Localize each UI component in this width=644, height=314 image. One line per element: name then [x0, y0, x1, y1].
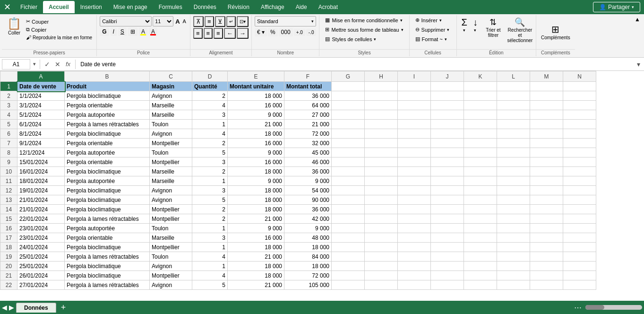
cell-d19[interactable]: 4 [192, 252, 228, 262]
cell-c20[interactable]: Avignon [150, 262, 192, 271]
cell-i7[interactable] [398, 139, 431, 148]
format-painter-button[interactable]: 🖌 Reproduire la mise en forme [25, 34, 94, 41]
col-header-i[interactable]: I [398, 71, 431, 82]
sheet-grid[interactable]: A B C D E F G H I J K L M N [0, 71, 644, 307]
cell-h9[interactable] [365, 157, 398, 167]
row-num-19[interactable]: 19 [0, 252, 17, 262]
cell-i1[interactable] [398, 82, 431, 91]
cell-f21[interactable]: 72 000 [284, 271, 332, 280]
cell-d5[interactable]: 1 [192, 120, 228, 129]
cell-g5[interactable] [332, 120, 365, 129]
row-num-7[interactable]: 7 [0, 139, 17, 148]
cell-i16[interactable] [398, 224, 431, 233]
increase-font-button[interactable]: A [174, 17, 180, 26]
cell-f22[interactable]: 105 000 [284, 280, 332, 290]
cell-j12[interactable] [431, 186, 464, 195]
cell-m15[interactable] [530, 214, 563, 224]
cell-h19[interactable] [365, 252, 398, 262]
cell-f3[interactable]: 64 000 [284, 101, 332, 110]
cell-n2[interactable] [563, 91, 596, 101]
cell-n11[interactable] [563, 176, 596, 186]
col-header-d[interactable]: D [192, 71, 228, 82]
col-header-n[interactable]: N [563, 71, 596, 82]
cell-c10[interactable]: Marseille [150, 167, 192, 176]
delete-button[interactable]: ⊖ Supprimer ▾ [412, 26, 454, 34]
underline-button[interactable]: S [118, 27, 127, 36]
row-num-13[interactable]: 13 [0, 195, 17, 205]
cell-n7[interactable] [563, 139, 596, 148]
cell-n20[interactable] [563, 262, 596, 271]
cell-f2[interactable]: 36 000 [284, 91, 332, 101]
ribbon-tab-insertion[interactable]: Insertion [75, 1, 108, 13]
cell-j20[interactable] [431, 262, 464, 271]
cell-j2[interactable] [431, 91, 464, 101]
col-header-b[interactable]: B [65, 71, 150, 82]
complements-button[interactable]: ⊞ Compléments [539, 23, 572, 41]
cell-h8[interactable] [365, 148, 398, 157]
row-num-2[interactable]: 2 [0, 91, 17, 101]
cell-e1[interactable]: Montant unitaire [228, 82, 284, 91]
cell-b21[interactable]: Pergola bioclimatique [65, 271, 150, 280]
cell-a15[interactable]: 22/01/2024 [17, 214, 65, 224]
cell-h12[interactable] [365, 186, 398, 195]
cell-d11[interactable]: 1 [192, 176, 228, 186]
cell-k6[interactable] [464, 129, 497, 139]
cell-j21[interactable] [431, 271, 464, 280]
cell-c7[interactable]: Montpellier [150, 139, 192, 148]
cell-m19[interactable] [530, 252, 563, 262]
ribbon-tab-données[interactable]: Données [188, 1, 222, 13]
align-right-button[interactable]: ≡ [214, 28, 223, 39]
cell-h13[interactable] [365, 195, 398, 205]
font-size-select[interactable]: 11 [153, 16, 173, 26]
align-bottom-button[interactable]: ⊻ [215, 16, 225, 27]
cell-h6[interactable] [365, 129, 398, 139]
cell-j8[interactable] [431, 148, 464, 157]
cell-k17[interactable] [464, 233, 497, 243]
cell-f9[interactable]: 46 000 [284, 157, 332, 167]
row-num-22[interactable]: 22 [0, 280, 17, 290]
cell-h20[interactable] [365, 262, 398, 271]
ribbon-tab-fichier[interactable]: Fichier [15, 1, 43, 13]
ribbon-tab-révision[interactable]: Révision [222, 1, 255, 13]
cell-k13[interactable] [464, 195, 497, 205]
cell-l9[interactable] [497, 157, 530, 167]
cell-n10[interactable] [563, 167, 596, 176]
indent-increase-button[interactable]: → [237, 28, 249, 39]
cell-n9[interactable] [563, 157, 596, 167]
cell-j1[interactable] [431, 82, 464, 91]
cell-b15[interactable]: Pergola à lames rétractables [65, 214, 150, 224]
cell-k15[interactable] [464, 214, 497, 224]
cell-f13[interactable]: 90 000 [284, 195, 332, 205]
conditional-format-button[interactable]: ▦ Mise en forme conditionnelle ▾ [322, 16, 406, 24]
cell-a3[interactable]: 3/1/2024 [17, 101, 65, 110]
cell-f12[interactable]: 54 000 [284, 186, 332, 195]
cell-m14[interactable] [530, 205, 563, 214]
cell-m20[interactable] [530, 262, 563, 271]
row-num-12[interactable]: 12 [0, 186, 17, 195]
row-num-17[interactable]: 17 [0, 233, 17, 243]
paste-button[interactable]: 📋 Coller [5, 16, 24, 36]
cell-g8[interactable] [332, 148, 365, 157]
cell-f7[interactable]: 32 000 [284, 139, 332, 148]
ribbon-collapse-button[interactable]: ▲ [633, 15, 642, 24]
cell-c13[interactable]: Avignon [150, 195, 192, 205]
cell-b16[interactable]: Pergola autoportée [65, 224, 150, 233]
cell-m4[interactable] [530, 110, 563, 120]
cell-m11[interactable] [530, 176, 563, 186]
cell-b1[interactable]: Produit [65, 82, 150, 91]
cell-i18[interactable] [398, 243, 431, 252]
cell-g20[interactable] [332, 262, 365, 271]
sum-button[interactable]: Σ ▾ [460, 16, 469, 34]
cell-n12[interactable] [563, 186, 596, 195]
cell-i11[interactable] [398, 176, 431, 186]
row-num-21[interactable]: 21 [0, 271, 17, 280]
cell-a11[interactable]: 18/01/2024 [17, 176, 65, 186]
row-num-20[interactable]: 20 [0, 262, 17, 271]
formula-input[interactable] [78, 59, 633, 70]
cell-i6[interactable] [398, 129, 431, 139]
cell-a2[interactable]: 1/1/2024 [17, 91, 65, 101]
cell-k8[interactable] [464, 148, 497, 157]
cell-styles-button[interactable]: ▤ Styles de cellules ▾ [322, 35, 406, 43]
cell-e17[interactable]: 16 000 [228, 233, 284, 243]
cell-d15[interactable]: 2 [192, 214, 228, 224]
